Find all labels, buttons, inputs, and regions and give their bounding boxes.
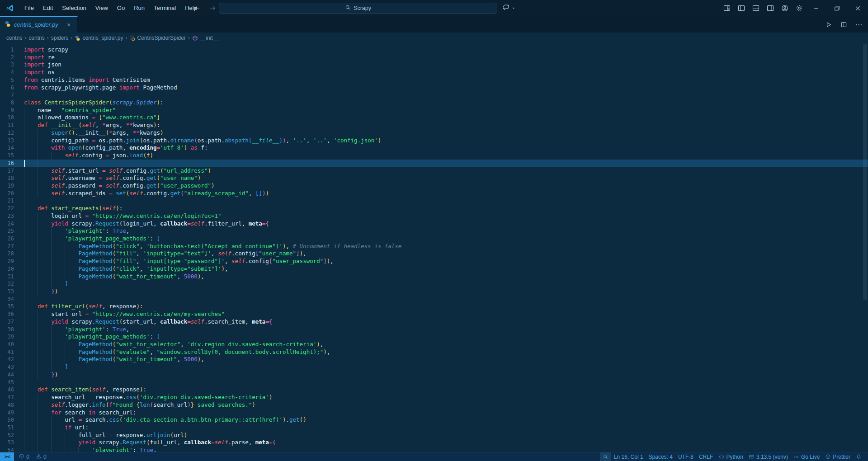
line-number[interactable]: 38	[0, 326, 24, 334]
code-line[interactable]: 14with open(config_path, encoding='utf-8…	[0, 144, 868, 152]
menu-item-view[interactable]: View	[91, 3, 113, 14]
code-line[interactable]: 30PageMethod("click", 'input[type="submi…	[0, 265, 868, 273]
code-line[interactable]: 16	[0, 160, 868, 167]
code-line[interactable]: 24yield scrapy.Request(login_url, callba…	[0, 220, 868, 228]
line-number[interactable]: 18	[0, 174, 24, 182]
line-number[interactable]: 35	[0, 303, 24, 310]
breadcrumb-item[interactable]: __init__	[192, 35, 219, 41]
account-icon[interactable]	[778, 2, 791, 14]
code-line[interactable]: 35def filter_url(self, response):	[0, 303, 868, 310]
copilot-button[interactable]	[503, 3, 516, 14]
line-number[interactable]: 52	[0, 432, 24, 439]
line-number[interactable]: 49	[0, 409, 24, 417]
status-item-crlf[interactable]: CRLF	[696, 452, 716, 461]
customize-layout-icon[interactable]	[721, 2, 733, 14]
code-line[interactable]: 11def __init__(self, *args, **kwargs):	[0, 122, 868, 129]
close-button[interactable]	[847, 0, 868, 16]
split-editor-icon[interactable]	[838, 19, 849, 30]
line-number[interactable]: 32	[0, 280, 24, 288]
line-number[interactable]: 53	[0, 439, 24, 447]
code-line[interactable]: 36start_url = "https://www.centris.ca/en…	[0, 310, 868, 318]
code-area[interactable]: 1import scrapy2import re3import json4imp…	[0, 43, 868, 452]
line-number[interactable]: 47	[0, 394, 24, 401]
line-number[interactable]: 10	[0, 114, 24, 122]
line-number[interactable]: 3	[0, 61, 24, 69]
problems-indicator[interactable]: 0 0	[16, 452, 49, 461]
line-number[interactable]: 27	[0, 243, 24, 250]
more-actions-icon[interactable]: ⋯	[854, 19, 864, 30]
line-number[interactable]: 23	[0, 212, 24, 220]
menu-item-edit[interactable]: Edit	[38, 3, 57, 14]
line-number[interactable]: 11	[0, 122, 24, 129]
status-item-bell[interactable]	[853, 452, 864, 461]
code-line[interactable]: 40PageMethod("wait_for_selector", 'div.r…	[0, 341, 868, 348]
code-line[interactable]: 48self.logger.info(f"Found {len(search_u…	[0, 401, 868, 409]
code-line[interactable]: 42PageMethod("wait_for_timeout", 5000),	[0, 356, 868, 363]
line-number[interactable]: 6	[0, 84, 24, 92]
line-number[interactable]: 15	[0, 152, 24, 160]
code-line[interactable]: 53yield scrapy.Request(full_url, callbac…	[0, 439, 868, 447]
code-line[interactable]: 28PageMethod("fill", 'input[type="text"]…	[0, 250, 868, 258]
tab-close-icon[interactable]: ×	[65, 21, 73, 29]
code-line[interactable]: 31PageMethod("wait_for_timeout", 5000),	[0, 273, 868, 281]
status-item-spaces-4[interactable]: Spaces: 4	[646, 452, 675, 461]
line-number[interactable]: 16	[0, 160, 24, 167]
menu-item-run[interactable]: Run	[129, 3, 149, 14]
line-number[interactable]: 17	[0, 167, 24, 175]
code-line[interactable]: 54'playwright': True,	[0, 447, 868, 452]
code-line[interactable]: 13config_path = os.path.join(os.path.dir…	[0, 137, 868, 145]
menu-item-selection[interactable]: Selection	[57, 3, 90, 14]
code-line[interactable]: 29PageMethod("fill", 'input[type="passwo…	[0, 258, 868, 265]
line-number[interactable]: 20	[0, 190, 24, 198]
menu-item-go[interactable]: Go	[113, 3, 129, 14]
tab-centris-spider[interactable]: centris_spider.py ×	[0, 16, 78, 33]
line-number[interactable]: 26	[0, 235, 24, 243]
code-line[interactable]: 12super().__init__(*args, **kwargs)	[0, 129, 868, 137]
minimize-button[interactable]	[806, 0, 826, 16]
code-line[interactable]: 47search_url = response.css('div.region …	[0, 394, 868, 401]
toggle-sidebar-right-icon[interactable]	[764, 2, 777, 14]
line-number[interactable]: 42	[0, 356, 24, 363]
vertical-scrollbar[interactable]	[863, 44, 867, 300]
line-number[interactable]: 12	[0, 129, 24, 137]
code-line[interactable]: 10allowed_domains = ["www.centris.ca"]	[0, 114, 868, 122]
breadcrumb-item[interactable]: centris	[28, 35, 44, 41]
breadcrumb-item[interactable]: spiders	[51, 35, 69, 41]
line-number[interactable]: 5	[0, 76, 24, 84]
line-number[interactable]: 50	[0, 416, 24, 424]
code-line[interactable]: 7	[0, 91, 868, 99]
code-line[interactable]: 23login_url = "https://www.centris.ca/en…	[0, 212, 868, 220]
status-item-ln-16-col-1[interactable]: Ln 16, Col 1	[611, 452, 646, 461]
line-number[interactable]: 43	[0, 363, 24, 371]
line-number[interactable]: 39	[0, 333, 24, 341]
code-line[interactable]: 38'playwright': True,	[0, 326, 868, 334]
code-line[interactable]: 33})	[0, 288, 868, 296]
line-number[interactable]: 1	[0, 46, 24, 54]
remote-indicator[interactable]: ><	[0, 452, 14, 461]
code-line[interactable]: 49for search in search_url:	[0, 409, 868, 417]
line-number[interactable]: 45	[0, 379, 24, 386]
line-number[interactable]: 8	[0, 99, 24, 107]
code-line[interactable]: 32]	[0, 280, 868, 288]
code-line[interactable]: 44})	[0, 371, 868, 379]
line-number[interactable]: 22	[0, 205, 24, 212]
code-line[interactable]: 34	[0, 296, 868, 303]
settings-icon[interactable]	[793, 2, 806, 14]
code-line[interactable]: 51if url:	[0, 424, 868, 432]
code-line[interactable]: 3import json	[0, 61, 868, 69]
line-number[interactable]: 40	[0, 341, 24, 348]
code-line[interactable]: 27PageMethod("click", 'button:has-text("…	[0, 243, 868, 250]
breadcrumb-item[interactable]: centris	[6, 35, 22, 41]
line-number[interactable]: 46	[0, 386, 24, 394]
status-item-go-live[interactable]: Go Live	[791, 452, 822, 461]
line-number[interactable]: 37	[0, 318, 24, 326]
line-number[interactable]: 7	[0, 91, 24, 99]
line-number[interactable]: 30	[0, 265, 24, 273]
code-line[interactable]: 5from centris.items import CentrisItem	[0, 76, 868, 84]
line-number[interactable]: 24	[0, 220, 24, 228]
breadcrumb-item[interactable]: CentrisSpiderSpider	[129, 35, 185, 41]
warnings-item[interactable]: 0	[33, 452, 49, 461]
code-line[interactable]: 37yield scrapy.Request(start_url, callba…	[0, 318, 868, 326]
line-number[interactable]: 51	[0, 424, 24, 432]
line-number[interactable]: 14	[0, 144, 24, 152]
